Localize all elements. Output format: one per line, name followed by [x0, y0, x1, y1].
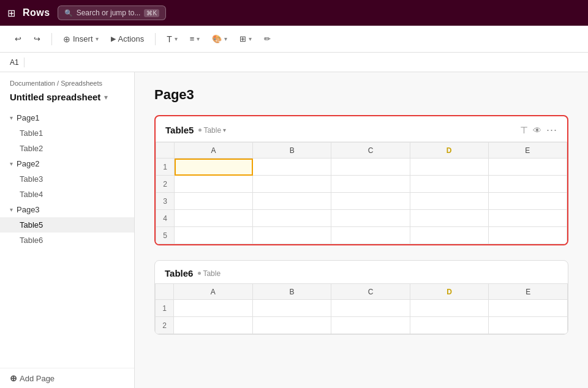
- page3-label: Page3: [17, 205, 40, 214]
- cell-b1[interactable]: [253, 159, 331, 176]
- sidebar-item-page1[interactable]: ▾ Page1: [0, 110, 134, 125]
- cell-e3[interactable]: [488, 193, 567, 210]
- layout-caret: ▾: [249, 35, 252, 42]
- sidebar-item-page2[interactable]: ▾ Page2: [0, 156, 134, 171]
- cell-c1[interactable]: [331, 159, 410, 176]
- sidebar-item-table5[interactable]: Table5: [0, 217, 134, 233]
- table-row: 2: [156, 317, 568, 334]
- col-b-header[interactable]: B: [253, 143, 331, 159]
- cell-reference: A1: [10, 58, 19, 67]
- table6-type-badge[interactable]: Table: [198, 269, 221, 278]
- app-title: Rows: [23, 7, 50, 18]
- add-page-label: Add Page: [20, 374, 55, 383]
- redo-button[interactable]: ↪: [29, 31, 45, 47]
- col-d-header[interactable]: D: [410, 143, 488, 159]
- cell-d2[interactable]: [410, 176, 488, 193]
- font-button[interactable]: T ▾: [162, 31, 183, 47]
- t6-cell-e1[interactable]: [489, 300, 568, 317]
- t6-cell-d1[interactable]: [410, 300, 489, 317]
- type-dot-6: [198, 272, 201, 275]
- cell-a4[interactable]: [175, 210, 253, 227]
- table5-type-badge[interactable]: Table ▾: [198, 126, 226, 135]
- table5-actions: ⊤ 👁 ···: [520, 124, 557, 136]
- t6-col-b-header[interactable]: B: [252, 284, 331, 300]
- filter-icon[interactable]: ⊤: [520, 125, 528, 136]
- insert-button[interactable]: ⊕ Insert ▾: [58, 31, 104, 47]
- top-bar: ⊞ Rows 🔍 Search or jump to... ⌘K: [0, 0, 588, 26]
- cell-a5[interactable]: [175, 227, 253, 244]
- cell-e1[interactable]: [488, 159, 567, 176]
- table5-grid: A B C D E 1: [156, 142, 567, 244]
- format-icon: 🎨: [212, 34, 222, 43]
- table5-name: Table5: [165, 125, 194, 135]
- cell-b4[interactable]: [253, 210, 331, 227]
- cell-e5[interactable]: [488, 227, 567, 244]
- cell-d5[interactable]: [410, 227, 488, 244]
- t6-cell-a2[interactable]: [174, 317, 253, 334]
- actions-button[interactable]: ▶ Actions: [106, 31, 149, 47]
- sidebar-item-table2[interactable]: Table2: [0, 141, 134, 156]
- layout-button[interactable]: ⊞ ▾: [235, 31, 257, 47]
- sidebar-title-row: Untitled spreadsheet ▾: [0, 89, 134, 108]
- cell-c2[interactable]: [331, 176, 410, 193]
- cell-b2[interactable]: [253, 176, 331, 193]
- table6-header: Table6 Table: [155, 261, 568, 283]
- cell-b5[interactable]: [253, 227, 331, 244]
- format-button[interactable]: 🎨 ▾: [207, 31, 232, 47]
- align-button[interactable]: ≡ ▾: [185, 31, 205, 47]
- t6-cell-b2[interactable]: [252, 317, 331, 334]
- table6-label: Table6: [20, 236, 43, 245]
- t6-col-d-header[interactable]: D: [410, 284, 489, 300]
- sidebar-item-table1[interactable]: Table1: [0, 125, 134, 141]
- col-a-header[interactable]: A: [175, 143, 253, 159]
- add-page-button[interactable]: ⊕ Add Page: [0, 368, 134, 388]
- row-2-num: 2: [156, 176, 175, 193]
- sidebar-item-table3[interactable]: Table3: [0, 171, 134, 187]
- font-caret: ▾: [175, 35, 178, 42]
- cell-a2[interactable]: [175, 176, 253, 193]
- row-3-num: 3: [156, 193, 175, 210]
- sidebar-item-table6[interactable]: Table6: [0, 233, 134, 248]
- col-c-header[interactable]: C: [331, 143, 410, 159]
- page2-caret: ▾: [10, 160, 13, 167]
- cell-c4[interactable]: [331, 210, 410, 227]
- cell-a1[interactable]: [175, 159, 253, 176]
- cell-e4[interactable]: [488, 210, 567, 227]
- layout-icon: ⊞: [239, 34, 246, 43]
- table5-container: Table5 Table ▾ ⊤ 👁 ··· A: [154, 115, 568, 245]
- t6-cell-d2[interactable]: [410, 317, 489, 334]
- sidebar-item-page3[interactable]: ▾ Page3: [0, 202, 134, 217]
- title-caret[interactable]: ▾: [104, 93, 108, 102]
- sidebar-item-table4[interactable]: Table4: [0, 187, 134, 202]
- spreadsheet-title: Untitled spreadsheet: [10, 92, 100, 103]
- brush-button[interactable]: ✏: [259, 31, 276, 47]
- t6-col-c-header[interactable]: C: [331, 284, 410, 300]
- undo-button[interactable]: ↩: [10, 31, 26, 47]
- cell-c3[interactable]: [331, 193, 410, 210]
- t6-col-e-header[interactable]: E: [489, 284, 568, 300]
- search-box[interactable]: 🔍 Search or jump to... ⌘K: [58, 6, 166, 20]
- cell-e2[interactable]: [488, 176, 567, 193]
- col-e-header[interactable]: E: [488, 143, 567, 159]
- more-icon[interactable]: ···: [546, 124, 557, 136]
- cell-a3[interactable]: [175, 193, 253, 210]
- cell-d4[interactable]: [410, 210, 488, 227]
- table4-label: Table4: [20, 190, 43, 199]
- cell-d3[interactable]: [410, 193, 488, 210]
- grid-icon: ⊞: [7, 7, 15, 19]
- t6-cell-c2[interactable]: [331, 317, 410, 334]
- page-title: Page3: [154, 87, 568, 103]
- cell-d1[interactable]: [410, 159, 488, 176]
- play-icon: ▶: [111, 35, 116, 43]
- eye-icon[interactable]: 👁: [533, 125, 541, 135]
- table5-header: Table5 Table ▾ ⊤ 👁 ···: [156, 116, 567, 142]
- cell-c5[interactable]: [331, 227, 410, 244]
- t6-col-a-header[interactable]: A: [174, 284, 253, 300]
- table-row: 5: [156, 227, 567, 244]
- t6-cell-c1[interactable]: [331, 300, 410, 317]
- table-row: 1: [156, 159, 567, 176]
- t6-cell-b1[interactable]: [252, 300, 331, 317]
- cell-b3[interactable]: [253, 193, 331, 210]
- t6-cell-a1[interactable]: [174, 300, 253, 317]
- t6-cell-e2[interactable]: [489, 317, 568, 334]
